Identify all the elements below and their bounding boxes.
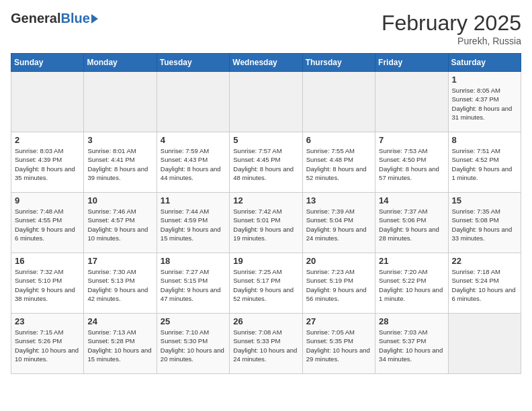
day-number: 8 [452,135,517,145]
day-info: Sunrise: 7:13 AM Sunset: 5:28 PM Dayligh… [87,328,152,363]
day-info: Sunrise: 8:03 AM Sunset: 4:39 PM Dayligh… [15,146,80,182]
calendar-day-cell: 4Sunrise: 7:59 AM Sunset: 4:43 PM Daylig… [157,132,229,193]
logo-general-text: General [11,11,60,26]
calendar-day-cell [11,72,84,132]
day-info: Sunrise: 7:32 AM Sunset: 5:10 PM Dayligh… [15,267,80,303]
day-number: 20 [306,256,371,266]
calendar-day-header: Sunday [11,54,84,72]
calendar-day-cell: 10Sunrise: 7:46 AM Sunset: 4:57 PM Dayli… [84,193,157,253]
day-info: Sunrise: 7:18 AM Sunset: 5:24 PM Dayligh… [452,267,517,303]
calendar-day-cell: 6Sunrise: 7:55 AM Sunset: 4:48 PM Daylig… [302,132,375,193]
day-number: 28 [379,316,444,326]
calendar-table: SundayMondayTuesdayWednesdayThursdayFrid… [11,53,521,374]
day-number: 7 [379,135,444,145]
day-number: 15 [452,195,517,205]
calendar-day-cell [375,72,448,132]
calendar-day-cell: 22Sunrise: 7:18 AM Sunset: 5:24 PM Dayli… [448,253,521,314]
day-number: 1 [452,75,517,85]
day-number: 2 [15,135,80,145]
calendar-day-cell: 21Sunrise: 7:20 AM Sunset: 5:22 PM Dayli… [375,253,448,314]
calendar-day-cell: 24Sunrise: 7:13 AM Sunset: 5:28 PM Dayli… [84,314,157,374]
day-info: Sunrise: 8:05 AM Sunset: 4:37 PM Dayligh… [452,86,517,122]
calendar-day-cell: 13Sunrise: 7:39 AM Sunset: 5:04 PM Dayli… [302,193,375,253]
calendar-day-cell: 16Sunrise: 7:32 AM Sunset: 5:10 PM Dayli… [11,253,84,314]
calendar-day-header: Wednesday [230,54,302,72]
calendar-day-cell [84,72,157,132]
day-info: Sunrise: 7:20 AM Sunset: 5:22 PM Dayligh… [379,267,444,303]
day-info: Sunrise: 7:10 AM Sunset: 5:30 PM Dayligh… [161,328,226,363]
day-info: Sunrise: 7:23 AM Sunset: 5:19 PM Dayligh… [306,267,371,303]
day-number: 19 [233,256,298,266]
day-number: 12 [233,195,298,205]
calendar-day-cell: 2Sunrise: 8:03 AM Sunset: 4:39 PM Daylig… [11,132,84,193]
calendar-week-row: 9Sunrise: 7:48 AM Sunset: 4:55 PM Daylig… [11,193,521,253]
day-number: 24 [87,316,152,326]
day-number: 4 [161,135,226,145]
calendar-week-row: 23Sunrise: 7:15 AM Sunset: 5:26 PM Dayli… [11,314,521,374]
day-number: 10 [87,195,152,205]
logo-blue-text: Blue [60,11,89,26]
calendar-day-cell: 12Sunrise: 7:42 AM Sunset: 5:01 PM Dayli… [230,193,302,253]
day-number: 16 [15,256,80,266]
page-header: General Blue February 2025 Purekh, Russi… [11,11,521,46]
calendar-week-row: 2Sunrise: 8:03 AM Sunset: 4:39 PM Daylig… [11,132,521,193]
logo-arrow-icon [91,14,98,24]
day-number: 17 [87,256,152,266]
day-number: 14 [379,195,444,205]
day-number: 13 [306,195,371,205]
month-title: February 2025 [382,11,521,36]
day-info: Sunrise: 7:08 AM Sunset: 5:33 PM Dayligh… [233,328,298,363]
calendar-day-cell: 1Sunrise: 8:05 AM Sunset: 4:37 PM Daylig… [448,72,521,132]
calendar-day-cell: 18Sunrise: 7:27 AM Sunset: 5:15 PM Dayli… [157,253,229,314]
calendar-day-cell [448,314,521,374]
calendar-day-cell: 19Sunrise: 7:25 AM Sunset: 5:17 PM Dayli… [230,253,302,314]
calendar-header-row: SundayMondayTuesdayWednesdayThursdayFrid… [11,54,521,72]
calendar-day-cell: 8Sunrise: 7:51 AM Sunset: 4:52 PM Daylig… [448,132,521,193]
day-info: Sunrise: 7:44 AM Sunset: 4:59 PM Dayligh… [161,207,226,242]
day-info: Sunrise: 7:37 AM Sunset: 5:06 PM Dayligh… [379,207,444,242]
day-number: 11 [161,195,226,205]
calendar-day-cell: 23Sunrise: 7:15 AM Sunset: 5:26 PM Dayli… [11,314,84,374]
day-number: 5 [233,135,298,145]
day-number: 26 [233,316,298,326]
calendar-day-cell: 28Sunrise: 7:03 AM Sunset: 5:37 PM Dayli… [375,314,448,374]
logo: General Blue [11,11,98,26]
day-info: Sunrise: 7:15 AM Sunset: 5:26 PM Dayligh… [15,328,80,363]
day-info: Sunrise: 7:42 AM Sunset: 5:01 PM Dayligh… [233,207,298,242]
calendar-day-cell: 26Sunrise: 7:08 AM Sunset: 5:33 PM Dayli… [230,314,302,374]
day-info: Sunrise: 7:55 AM Sunset: 4:48 PM Dayligh… [306,146,371,182]
day-info: Sunrise: 7:48 AM Sunset: 4:55 PM Dayligh… [15,207,80,242]
day-info: Sunrise: 7:53 AM Sunset: 4:50 PM Dayligh… [379,146,444,182]
day-info: Sunrise: 8:01 AM Sunset: 4:41 PM Dayligh… [87,146,152,182]
day-number: 3 [87,135,152,145]
calendar-week-row: 1Sunrise: 8:05 AM Sunset: 4:37 PM Daylig… [11,72,521,132]
day-info: Sunrise: 7:35 AM Sunset: 5:08 PM Dayligh… [452,207,517,242]
calendar-day-cell: 25Sunrise: 7:10 AM Sunset: 5:30 PM Dayli… [157,314,229,374]
day-number: 22 [452,256,517,266]
calendar-day-cell: 9Sunrise: 7:48 AM Sunset: 4:55 PM Daylig… [11,193,84,253]
calendar-day-cell [230,72,302,132]
calendar-day-header: Saturday [448,54,521,72]
day-number: 23 [15,316,80,326]
day-number: 27 [306,316,371,326]
calendar-day-cell: 17Sunrise: 7:30 AM Sunset: 5:13 PM Dayli… [84,253,157,314]
calendar-day-cell: 27Sunrise: 7:05 AM Sunset: 5:35 PM Dayli… [302,314,375,374]
calendar-day-header: Friday [375,54,448,72]
calendar-day-header: Monday [84,54,157,72]
day-info: Sunrise: 7:57 AM Sunset: 4:45 PM Dayligh… [233,146,298,182]
location-text: Purekh, Russia [382,36,521,46]
day-info: Sunrise: 7:46 AM Sunset: 4:57 PM Dayligh… [87,207,152,242]
day-info: Sunrise: 7:39 AM Sunset: 5:04 PM Dayligh… [306,207,371,242]
day-info: Sunrise: 7:27 AM Sunset: 5:15 PM Dayligh… [161,267,226,303]
day-info: Sunrise: 7:59 AM Sunset: 4:43 PM Dayligh… [161,146,226,182]
day-number: 25 [161,316,226,326]
calendar-day-cell: 7Sunrise: 7:53 AM Sunset: 4:50 PM Daylig… [375,132,448,193]
calendar-day-cell: 15Sunrise: 7:35 AM Sunset: 5:08 PM Dayli… [448,193,521,253]
day-info: Sunrise: 7:25 AM Sunset: 5:17 PM Dayligh… [233,267,298,303]
day-info: Sunrise: 7:51 AM Sunset: 4:52 PM Dayligh… [452,146,517,182]
day-info: Sunrise: 7:30 AM Sunset: 5:13 PM Dayligh… [87,267,152,303]
day-info: Sunrise: 7:03 AM Sunset: 5:37 PM Dayligh… [379,328,444,363]
calendar-day-cell: 3Sunrise: 8:01 AM Sunset: 4:41 PM Daylig… [84,132,157,193]
calendar-week-row: 16Sunrise: 7:32 AM Sunset: 5:10 PM Dayli… [11,253,521,314]
title-area: February 2025 Purekh, Russia [382,11,521,46]
